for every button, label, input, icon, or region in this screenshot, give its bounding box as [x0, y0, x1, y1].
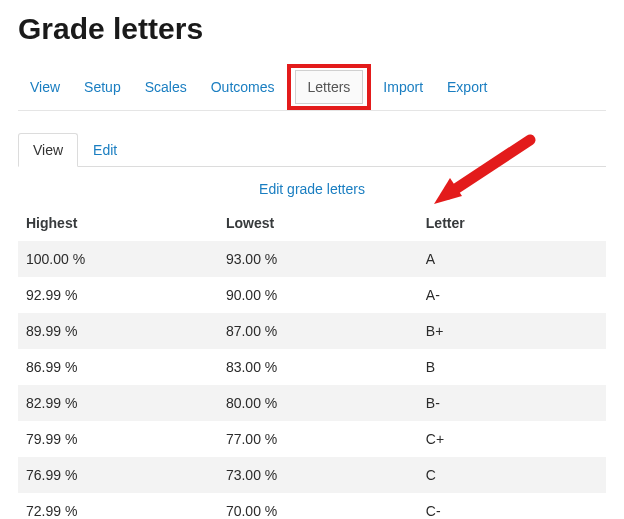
tab-view[interactable]: View — [18, 71, 72, 103]
table-row: 79.99 %77.00 %C+ — [18, 421, 606, 457]
table-row: 100.00 %93.00 %A — [18, 241, 606, 277]
cell-lowest: 90.00 % — [218, 277, 418, 313]
col-letter: Letter — [418, 205, 606, 241]
cell-highest: 86.99 % — [18, 349, 218, 385]
grade-letters-table: Highest Lowest Letter 100.00 %93.00 %A92… — [18, 205, 606, 519]
tab-setup[interactable]: Setup — [72, 71, 133, 103]
secondary-tabs: View Edit — [18, 133, 606, 167]
cell-letter: B — [418, 349, 606, 385]
cell-lowest: 70.00 % — [218, 493, 418, 519]
primary-tabs: View Setup Scales Outcomes Letters Impor… — [18, 64, 606, 111]
cell-letter: C+ — [418, 421, 606, 457]
cell-lowest: 77.00 % — [218, 421, 418, 457]
tab-letters[interactable]: Letters — [295, 70, 364, 104]
tab-export[interactable]: Export — [435, 71, 499, 103]
cell-highest: 72.99 % — [18, 493, 218, 519]
subtab-edit[interactable]: Edit — [78, 133, 132, 167]
cell-lowest: 93.00 % — [218, 241, 418, 277]
cell-letter: B- — [418, 385, 606, 421]
table-row: 92.99 %90.00 %A- — [18, 277, 606, 313]
cell-letter: A — [418, 241, 606, 277]
tab-import[interactable]: Import — [371, 71, 435, 103]
highlight-letters-tab: Letters — [287, 64, 372, 110]
cell-lowest: 87.00 % — [218, 313, 418, 349]
table-row: 89.99 %87.00 %B+ — [18, 313, 606, 349]
cell-letter: A- — [418, 277, 606, 313]
cell-letter: C- — [418, 493, 606, 519]
cell-highest: 92.99 % — [18, 277, 218, 313]
table-row: 76.99 %73.00 %C — [18, 457, 606, 493]
subtab-view[interactable]: View — [18, 133, 78, 167]
cell-lowest: 83.00 % — [218, 349, 418, 385]
cell-letter: C — [418, 457, 606, 493]
cell-letter: B+ — [418, 313, 606, 349]
cell-highest: 79.99 % — [18, 421, 218, 457]
page-title: Grade letters — [18, 12, 606, 46]
cell-highest: 89.99 % — [18, 313, 218, 349]
tab-scales[interactable]: Scales — [133, 71, 199, 103]
col-highest: Highest — [18, 205, 218, 241]
table-row: 86.99 %83.00 %B — [18, 349, 606, 385]
tab-outcomes[interactable]: Outcomes — [199, 71, 287, 103]
cell-highest: 76.99 % — [18, 457, 218, 493]
cell-lowest: 80.00 % — [218, 385, 418, 421]
cell-highest: 82.99 % — [18, 385, 218, 421]
cell-lowest: 73.00 % — [218, 457, 418, 493]
col-lowest: Lowest — [218, 205, 418, 241]
edit-grade-letters-link[interactable]: Edit grade letters — [259, 181, 365, 197]
table-row: 72.99 %70.00 %C- — [18, 493, 606, 519]
table-row: 82.99 %80.00 %B- — [18, 385, 606, 421]
cell-highest: 100.00 % — [18, 241, 218, 277]
